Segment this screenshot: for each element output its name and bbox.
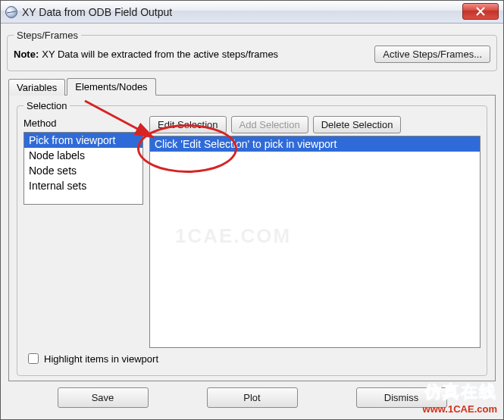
method-item-internal-sets[interactable]: Internal sets [24, 178, 142, 193]
steps-frames-group: Steps/Frames Note: XY Data will be extra… [7, 30, 497, 71]
close-button[interactable] [462, 3, 499, 20]
selection-button-row: Edit Selection Add Selection Delete Sele… [149, 116, 481, 133]
active-steps-button[interactable]: Active Steps/Frames... [374, 45, 490, 63]
selection-list-item[interactable]: Click 'Edit Selection' to pick in viewpo… [150, 136, 480, 152]
highlight-checkbox[interactable] [28, 353, 39, 364]
edit-selection-button[interactable]: Edit Selection [149, 116, 227, 133]
method-list[interactable]: Pick from viewport Node labels Node sets… [23, 132, 143, 205]
window-title: XY Data from ODB Field Output [22, 6, 502, 18]
selection-legend: Selection [23, 100, 70, 111]
method-item-pick-from-viewport[interactable]: Pick from viewport [24, 133, 142, 148]
dialog-window: XY Data from ODB Field Output Steps/Fram… [0, 0, 504, 420]
highlight-label: Highlight items in viewport [44, 353, 158, 365]
tab-panel-elements-nodes: Selection Method Pick from viewport Node… [8, 95, 496, 381]
tab-variables[interactable]: Variables [8, 79, 65, 96]
plot-button[interactable]: Plot [207, 387, 298, 408]
delete-selection-button[interactable]: Delete Selection [313, 116, 402, 133]
dismiss-button[interactable]: Dismiss [356, 387, 447, 408]
selection-list[interactable]: Click 'Edit Selection' to pick in viewpo… [149, 136, 481, 348]
method-item-node-sets[interactable]: Node sets [24, 163, 142, 178]
method-label: Method [23, 116, 143, 132]
dialog-body: Steps/Frames Note: XY Data will be extra… [1, 24, 503, 419]
add-selection-button[interactable]: Add Selection [231, 116, 308, 133]
method-column: Method Pick from viewport Node labels No… [23, 116, 143, 348]
note-label: Note: [14, 49, 39, 60]
highlight-row: Highlight items in viewport [23, 351, 481, 366]
note-text: XY Data will be extracted from the activ… [42, 49, 370, 60]
steps-frames-legend: Steps/Frames [14, 30, 81, 41]
bottom-button-row: Save Plot Dismiss [5, 381, 499, 408]
close-icon [476, 7, 485, 16]
selection-grid: Method Pick from viewport Node labels No… [23, 116, 481, 348]
tab-strip: Variables Elements/Nodes [8, 77, 499, 95]
selection-right-column: Edit Selection Add Selection Delete Sele… [149, 116, 481, 348]
method-item-node-labels[interactable]: Node labels [24, 148, 142, 163]
app-icon [5, 6, 17, 18]
save-button[interactable]: Save [58, 387, 149, 408]
title-bar: XY Data from ODB Field Output [1, 1, 503, 24]
tab-elements-nodes[interactable]: Elements/Nodes [67, 78, 155, 96]
selection-group: Selection Method Pick from viewport Node… [17, 100, 487, 376]
note-row: Note: XY Data will be extracted from the… [14, 45, 490, 63]
